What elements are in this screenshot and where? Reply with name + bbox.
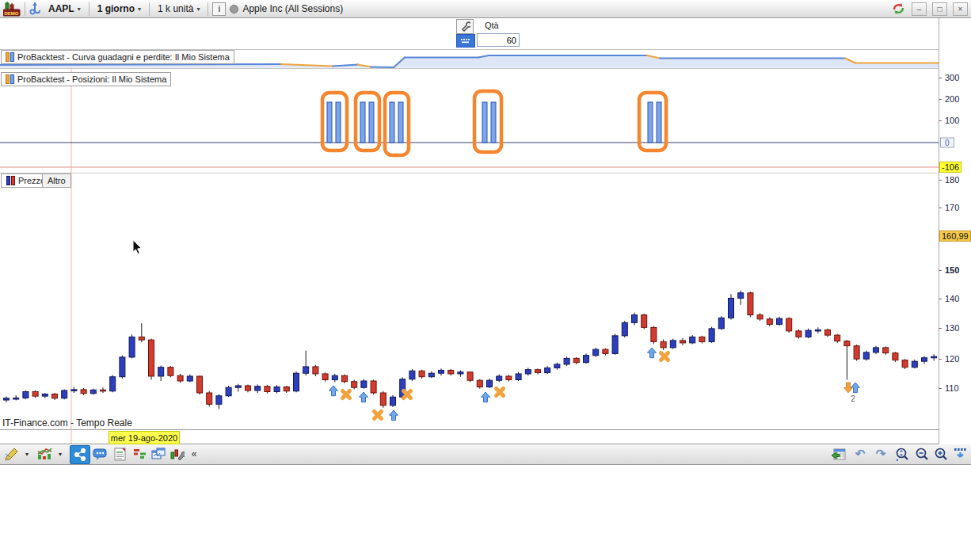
axis-tick-label: 100: [945, 116, 959, 125]
axis-tick-label: 110: [945, 383, 959, 393]
positions-pane-tab[interactable]: ProBacktest - Posizioni: Il Mio Sistema: [1, 72, 171, 86]
axis-tick: [939, 208, 942, 208]
axis-tick-label: 180: [945, 175, 959, 185]
axis-tick: [939, 78, 942, 78]
last-price-tag: 160,99: [939, 230, 971, 242]
backtest-icon: [6, 74, 14, 84]
minimize-button[interactable]: –: [912, 2, 927, 16]
positions-pane-title: ProBacktest - Posizioni: Il Mio Sistema: [17, 74, 166, 84]
zoom-out-icon[interactable]: [912, 445, 931, 463]
windows-icon[interactable]: [149, 445, 168, 463]
divider: [149, 2, 150, 16]
qty-label: Qtà: [485, 21, 499, 30]
orderbook-icon[interactable]: [130, 445, 149, 463]
units-label: 1 k unità: [158, 3, 193, 14]
maximize-button[interactable]: □: [932, 2, 947, 16]
timeframe-label: 1 giorno: [97, 3, 135, 14]
qty-input[interactable]: [477, 33, 520, 47]
backtest-settings-icon[interactable]: [168, 445, 187, 463]
svg-text:2: 2: [851, 394, 855, 403]
zero-tag: 0: [940, 138, 954, 148]
close-button[interactable]: ×: [953, 2, 968, 16]
provider-credit: IT-Finance.com - Tempo Reale: [2, 417, 132, 429]
session-status-icon: [230, 5, 238, 13]
chat-icon[interactable]: [90, 445, 109, 463]
axis-tick-label: 120: [945, 354, 959, 364]
divider: [208, 2, 208, 16]
indicators-dropdown[interactable]: ▾: [55, 445, 65, 463]
equity-pane-tab[interactable]: ProBacktest - Curva guadagni e perdite: …: [1, 50, 234, 64]
axis-tick-label: 150: [945, 265, 959, 275]
draw-tool-icon[interactable]: [2, 445, 22, 463]
units-selector[interactable]: 1 k unità ▾: [154, 2, 204, 15]
equity-value-tag: -106: [939, 162, 961, 173]
equity-pane-title: ProBacktest - Curva guadagni e perdite: …: [17, 52, 230, 62]
axis-tick-label: 200: [945, 94, 959, 104]
axis-tick: [939, 180, 942, 181]
axis-tick: [939, 299, 942, 299]
refresh-icon[interactable]: [891, 2, 906, 16]
axis-tick: [939, 359, 942, 360]
axis-tick-label: 130: [945, 323, 959, 333]
goto-date-icon[interactable]: [828, 445, 847, 463]
divider: [25, 2, 25, 16]
chevron-down-icon: ▾: [196, 6, 200, 13]
undo-icon[interactable]: ↶: [851, 445, 870, 463]
crosshair-date-tag: mer 19-ago-2020: [109, 431, 180, 444]
bottom-toolbar: ▾ ▾ « ◂ ▸ ↶ ↷: [0, 444, 971, 465]
symbol-selector[interactable]: AAPL ▾: [44, 2, 85, 15]
link-pin-icon[interactable]: [29, 2, 40, 16]
order-settings-button[interactable]: [456, 19, 474, 34]
axis-tick-label: 300: [945, 73, 959, 82]
axis-tick: [939, 388, 942, 389]
indicators-icon[interactable]: [35, 445, 55, 463]
svg-text:DEMO: DEMO: [5, 10, 19, 15]
axis-tick: [939, 328, 942, 329]
keyboard-icon[interactable]: [456, 34, 475, 48]
session-label: Apple Inc (All Sessions): [242, 3, 343, 14]
backtest-icon: [6, 52, 14, 62]
candlestick-icon: [6, 176, 15, 185]
tab-altro-label: Altro: [48, 176, 66, 185]
fit-vertical-icon[interactable]: [950, 445, 969, 463]
chevron-down-icon: ▾: [138, 6, 141, 13]
info-icon[interactable]: i: [212, 2, 226, 16]
app-window: DEMO AAPL ▾ 1 giorno ▾ 1 k unità ▾ i App…: [0, 0, 971, 560]
divider: [89, 2, 89, 16]
axis-tick: [939, 99, 942, 100]
demo-logo-icon: DEMO: [3, 2, 21, 17]
axis-tick: [939, 270, 942, 271]
chevron-down-icon: ▾: [78, 6, 81, 13]
top-toolbar: DEMO AAPL ▾ 1 giorno ▾ 1 k unità ▾ i App…: [0, 0, 971, 18]
share-icon[interactable]: [70, 445, 90, 464]
redo-icon[interactable]: ↷: [871, 445, 890, 463]
zoom-range-icon[interactable]: [892, 445, 912, 463]
axis-tick-label: 140: [945, 294, 959, 303]
draw-tool-dropdown[interactable]: ▾: [22, 445, 32, 463]
axis-tick: [939, 120, 942, 121]
collapse-icon[interactable]: «: [188, 445, 200, 463]
tab-altro[interactable]: Altro: [42, 173, 71, 188]
timeframe-selector[interactable]: 1 giorno ▾: [93, 2, 145, 15]
axis-tick-label: 170: [945, 203, 959, 212]
news-icon[interactable]: [111, 445, 130, 463]
wrench-icon: [460, 21, 470, 32]
zoom-in-icon[interactable]: [931, 445, 950, 463]
symbol-label: AAPL: [48, 3, 74, 14]
